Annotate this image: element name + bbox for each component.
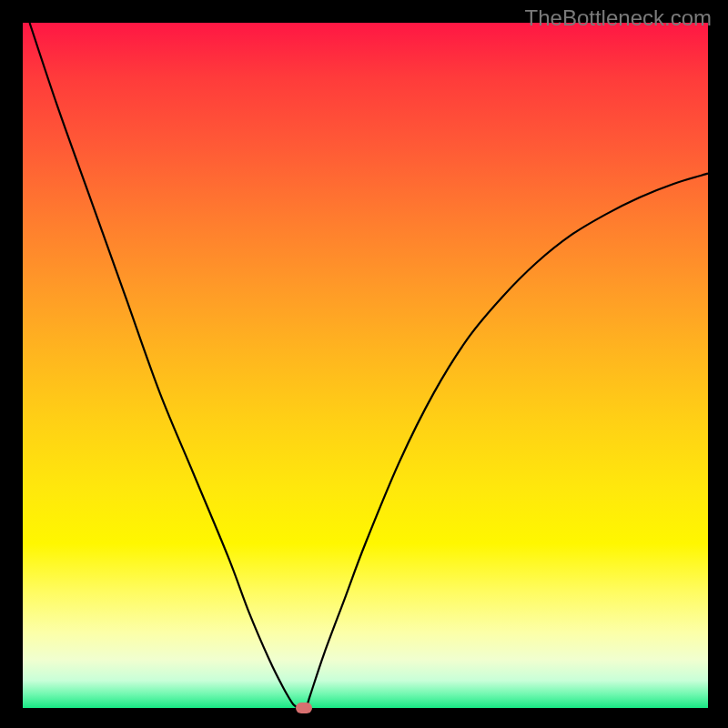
minimum-marker (296, 703, 312, 713)
bottleneck-curve (23, 23, 708, 708)
watermark-text: TheBottleneck.com (525, 5, 712, 31)
chart-plot-area (23, 23, 708, 708)
